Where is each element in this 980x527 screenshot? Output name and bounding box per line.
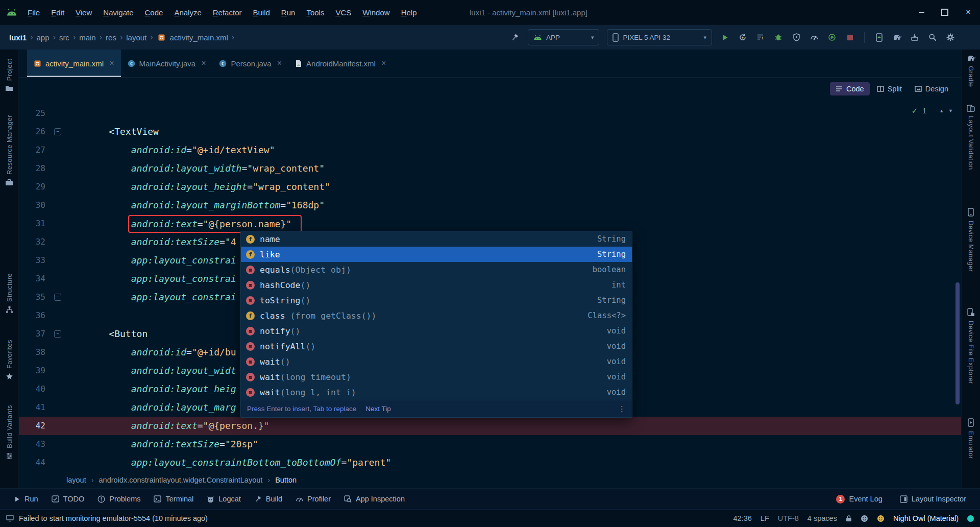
completion-item-tostring[interactable]: mtoString()String xyxy=(241,293,632,308)
line-number[interactable]: 26 xyxy=(19,123,45,141)
caret-position[interactable]: 42:36 xyxy=(733,514,752,522)
more-options-icon[interactable]: ⋮ xyxy=(618,404,626,414)
toolwindow-build[interactable]: Build xyxy=(249,492,288,506)
tool-button-gradle[interactable]: Gradle xyxy=(962,55,980,87)
code-line-26[interactable]: 26− <TextView xyxy=(19,123,961,141)
menu-run[interactable]: Run xyxy=(276,6,301,19)
profiler-button[interactable] xyxy=(807,30,821,45)
tool-button-device-manager[interactable]: Device Manager xyxy=(962,208,980,272)
tool-button-emulator[interactable]: Emulator xyxy=(962,418,980,459)
toolwindow-layout-inspector[interactable]: Layout Inspector xyxy=(894,492,972,506)
inspections-widget[interactable]: ✓ 1 ▲ ▼ xyxy=(912,106,953,115)
completion-item-notify[interactable]: mnotify()void xyxy=(241,323,632,339)
menu-tools[interactable]: Tools xyxy=(301,6,329,19)
tab-mainactivity-java[interactable]: CMainActivity.java× xyxy=(121,50,213,77)
code-line-44[interactable]: 44 app:layout_constraintBottom_toBottomO… xyxy=(19,453,961,471)
line-number[interactable]: 43 xyxy=(19,435,45,453)
code-line-27[interactable]: 27 android:id="@+id/textView" xyxy=(19,141,961,159)
completion-item-equals[interactable]: mequals(Object obj)boolean xyxy=(241,262,632,277)
completion-item-notifyall[interactable]: mnotifyAll()void xyxy=(241,339,632,354)
toolwindow-profiler[interactable]: Profiler xyxy=(290,492,336,506)
menu-analyze[interactable]: Analyze xyxy=(169,6,206,19)
line-number[interactable]: 32 xyxy=(19,233,45,251)
next-tip-link[interactable]: Next Tip xyxy=(365,405,391,413)
maximize-button[interactable] xyxy=(933,0,957,25)
mode-code[interactable]: Code xyxy=(830,82,870,95)
line-number[interactable]: 42 xyxy=(19,417,45,435)
menu-help[interactable]: Help xyxy=(396,6,422,19)
device-manager-button[interactable] xyxy=(872,30,886,45)
tab-androidmanifest-xml[interactable]: AndroidManifest.xml× xyxy=(288,50,393,77)
previous-problem-icon[interactable]: ▲ xyxy=(939,108,944,113)
close-tab-icon[interactable]: × xyxy=(201,59,206,68)
line-number[interactable]: 34 xyxy=(19,270,45,288)
completion-item-wait[interactable]: mwait(long timeout)void xyxy=(241,369,632,385)
tab-person-java[interactable]: CPerson.java× xyxy=(212,50,288,77)
code-line-25[interactable]: 25 xyxy=(19,104,961,123)
breadcrumb-layout[interactable]: layout xyxy=(66,476,86,484)
tab-activity-main-xml[interactable]: activity_main.xml× xyxy=(27,50,121,77)
menu-vcs[interactable]: VCS xyxy=(330,6,356,19)
toolwindow-event-log[interactable]: 1Event Log xyxy=(830,492,888,507)
code-line-30[interactable]: 30 android:layout_marginBottom="168dp" xyxy=(19,196,961,214)
menu-window[interactable]: Window xyxy=(357,6,395,19)
settings-button[interactable] xyxy=(943,30,958,45)
line-number[interactable]: 39 xyxy=(19,362,45,380)
tool-button-project[interactable]: Project xyxy=(0,59,18,92)
code-line-43[interactable]: 43 android:textSize="20sp" xyxy=(19,435,961,453)
run-configuration-select[interactable]: APP ▾ xyxy=(528,29,600,45)
completion-item-wait[interactable]: mwait()void xyxy=(241,354,632,369)
line-number[interactable]: 29 xyxy=(19,178,45,196)
device-select[interactable]: PIXEL 5 API 32 ▾ xyxy=(607,29,712,45)
close-tab-icon[interactable]: × xyxy=(109,59,114,68)
breadcrumb-androidx-constraintlayout-widget-constraintlayout[interactable]: androidx.constraintlayout.widget.Constra… xyxy=(99,476,263,484)
completion-item-name[interactable]: fnameString xyxy=(241,231,632,247)
menu-file[interactable]: File xyxy=(22,6,45,19)
toolwindow-terminal[interactable]: Terminal xyxy=(148,492,199,506)
line-number[interactable]: 40 xyxy=(19,380,45,398)
breadcrumb-item-src[interactable]: src xyxy=(59,33,69,42)
menu-edit[interactable]: Edit xyxy=(46,6,69,19)
sdk-manager-button[interactable] xyxy=(908,30,922,45)
completion-item-wait[interactable]: mwait(long l, int i)void xyxy=(241,385,632,400)
line-number[interactable]: 44 xyxy=(19,453,45,471)
stop-button[interactable] xyxy=(843,30,857,45)
profile-low-overhead-button[interactable] xyxy=(789,30,803,45)
breadcrumb-item-luxi1[interactable]: luxi1 xyxy=(9,33,27,42)
status-indicator-icon-2[interactable] xyxy=(877,515,885,522)
minimize-button[interactable] xyxy=(910,0,933,25)
tool-button-build-variants[interactable]: Build Variants xyxy=(0,405,18,460)
toolwindow-run[interactable]: Run xyxy=(8,492,44,506)
code-line-31[interactable]: 31 android:text="@{person.name}" xyxy=(19,214,961,233)
tool-button-resource-manager[interactable]: Resource Manager xyxy=(0,115,18,186)
line-number[interactable]: 41 xyxy=(19,398,45,417)
line-number[interactable]: 35 xyxy=(19,288,45,306)
indent-style[interactable]: 4 spaces xyxy=(807,514,837,522)
status-message[interactable]: Failed to start monitoring emulator-5554… xyxy=(19,514,208,522)
menu-view[interactable]: View xyxy=(70,6,97,19)
close-tab-icon[interactable]: × xyxy=(277,59,282,68)
line-number[interactable]: 38 xyxy=(19,343,45,362)
line-separator[interactable]: LF xyxy=(761,514,769,522)
mode-design[interactable]: Design xyxy=(909,82,954,95)
breadcrumb-item-app[interactable]: app xyxy=(37,33,50,42)
apply-changes-button[interactable] xyxy=(736,30,750,45)
run-button[interactable] xyxy=(718,30,732,45)
tool-button-favorites[interactable]: Favorites xyxy=(0,340,18,380)
code-editor[interactable]: 2526− <TextView27 android:id="@+id/textV… xyxy=(19,78,961,471)
fold-start-icon[interactable]: − xyxy=(54,330,61,338)
status-indicator-icon-1[interactable] xyxy=(861,515,868,522)
completion-item-hashcode[interactable]: mhashCode()int xyxy=(241,277,632,293)
breadcrumb-button[interactable]: Button xyxy=(275,476,297,484)
menu-refactor[interactable]: Refactor xyxy=(208,6,247,19)
line-number[interactable]: 31 xyxy=(19,214,45,233)
build-hammer-button[interactable] xyxy=(508,30,522,45)
close-button[interactable]: × xyxy=(957,0,980,25)
file-encoding[interactable]: UTF-8 xyxy=(778,514,799,522)
apply-code-changes-button[interactable] xyxy=(753,30,768,45)
attach-debugger-button[interactable] xyxy=(825,30,839,45)
breadcrumb-item-res[interactable]: res xyxy=(106,33,116,42)
menu-build[interactable]: Build xyxy=(248,6,275,19)
toolwindow-logcat[interactable]: Logcat xyxy=(201,492,247,506)
breadcrumb-item-layout[interactable]: layout xyxy=(126,33,146,42)
